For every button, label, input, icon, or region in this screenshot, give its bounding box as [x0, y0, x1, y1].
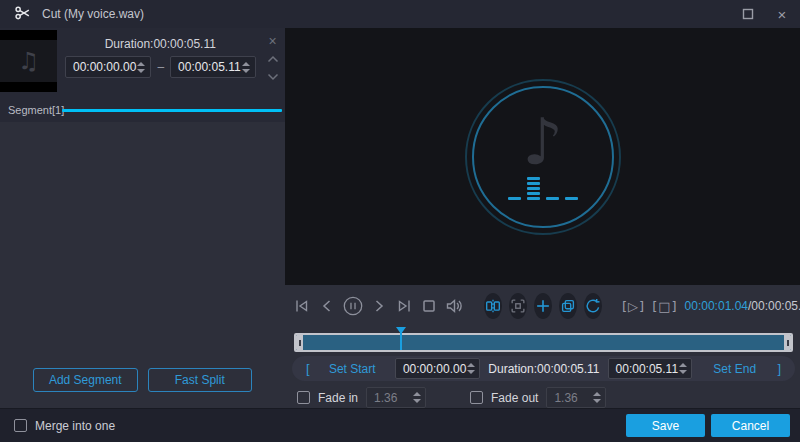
- footer-bar: Merge into one Save Cancel: [0, 408, 800, 442]
- fade-out-input[interactable]: 1.36: [546, 387, 606, 408]
- segment-start-value: 00:00:00.00: [73, 60, 136, 74]
- set-start-button[interactable]: Set Start: [318, 362, 387, 376]
- maximize-button[interactable]: [740, 6, 756, 22]
- scissors-icon: [14, 4, 32, 25]
- total-time: /00:00:05.11: [748, 299, 800, 313]
- move-up-icon[interactable]: [265, 52, 281, 66]
- skip-to-end-button[interactable]: [394, 295, 414, 317]
- timeline-wrap: [292, 324, 795, 352]
- range-dash: –: [157, 60, 164, 74]
- fade-in-input[interactable]: 1.36: [366, 387, 426, 408]
- timeline-track[interactable]: [294, 333, 793, 352]
- next-frame-button[interactable]: [371, 295, 387, 317]
- play-segment-button[interactable]: [▷]: [622, 299, 645, 314]
- segment-thumbnail: ♫: [0, 30, 57, 92]
- fade-out-checkbox[interactable]: [470, 391, 483, 404]
- spinner-arrows-icon[interactable]: [241, 62, 251, 73]
- spinner-arrows-icon[interactable]: [466, 363, 476, 374]
- merge-checkbox[interactable]: [14, 419, 27, 432]
- playhead-marker[interactable]: [400, 327, 402, 350]
- window-controls: ×: [740, 6, 790, 22]
- music-note-icon: ♫: [18, 47, 40, 75]
- trim-end-value: 00:00:05.11: [616, 362, 679, 376]
- segment-card-top: ♫ Duration:00:00:05.11 00:00:00.00 –: [0, 30, 285, 92]
- stop-segment-button[interactable]: [□]: [652, 299, 677, 314]
- volume-button[interactable]: [444, 295, 464, 317]
- trim-end-input[interactable]: 00:00:05.11: [608, 358, 693, 379]
- segment-list-empty-area: [0, 122, 285, 368]
- stop-button[interactable]: [421, 295, 437, 317]
- trim-end-handle[interactable]: [784, 335, 791, 350]
- pause-button[interactable]: [342, 295, 364, 317]
- segment-card[interactable]: ♫ Duration:00:00:05.11 00:00:00.00 –: [0, 28, 285, 122]
- add-segment-button[interactable]: Add Segment: [33, 368, 138, 392]
- spinner-arrows-icon[interactable]: [592, 392, 602, 403]
- segment-time-inputs: 00:00:00.00 – 00:00:05.11: [65, 56, 256, 78]
- cut-dialog-window: Cut (My voice.wav) × ♫ Duration:00:00:05…: [0, 0, 800, 442]
- spinner-arrows-icon[interactable]: [678, 363, 688, 374]
- segment-actions: Add Segment Fast Split: [0, 368, 285, 408]
- spinner-arrows-icon[interactable]: [412, 392, 422, 403]
- current-time: 00:00:01.04: [685, 299, 748, 313]
- fade-in-label: Fade in: [318, 391, 358, 405]
- titlebar: Cut (My voice.wav) ×: [0, 0, 800, 28]
- close-button[interactable]: ×: [774, 6, 790, 22]
- player-controls: [▷] [□] 00:00:01.04/00:00:05.11 [ Se: [285, 285, 800, 412]
- segment-card-bottom: Segment[1]: [0, 104, 285, 116]
- footer-buttons: Save Cancel: [626, 414, 790, 437]
- end-bracket: ]: [777, 361, 781, 376]
- skip-to-start-button[interactable]: [292, 295, 312, 317]
- dialog-body: ♫ Duration:00:00:05.11 00:00:00.00 –: [0, 28, 800, 408]
- music-note-icon: ♪: [522, 110, 563, 174]
- trim-duration-label: Duration:00:00:05.11: [488, 362, 599, 376]
- fade-controls: Fade in 1.36 Fade out 1.36: [292, 387, 795, 408]
- split-button[interactable]: [484, 293, 502, 319]
- reset-button[interactable]: [584, 293, 602, 319]
- equalizer-icon: [508, 177, 578, 200]
- fade-in-checkbox[interactable]: [297, 391, 310, 404]
- player-area: ♪: [285, 28, 800, 408]
- trim-start-value: 00:00:00.00: [403, 362, 466, 376]
- fade-in-value: 1.36: [374, 391, 412, 405]
- segment-end-value: 00:00:05.11: [178, 60, 241, 74]
- trim-controls: [ Set Start 00:00:00.00 Duration:00:00:0…: [292, 356, 795, 381]
- set-end-button[interactable]: Set End: [700, 362, 769, 376]
- segment-end-input[interactable]: 00:00:05.11: [170, 56, 256, 78]
- previous-frame-button[interactable]: [319, 295, 335, 317]
- segment-list-panel: ♫ Duration:00:00:05.11 00:00:00.00 –: [0, 28, 285, 408]
- segment-start-input[interactable]: 00:00:00.00: [65, 56, 151, 78]
- segment-duration-label: Duration:00:00:05.11: [65, 34, 256, 56]
- merge-label: Merge into one: [35, 419, 115, 433]
- segment-card-controls: ×: [260, 30, 286, 92]
- segment-thumbnail-frame: ♫: [0, 40, 57, 82]
- window-title: Cut (My voice.wav): [42, 7, 144, 21]
- fade-out-value: 1.36: [554, 391, 592, 405]
- time-display: 00:00:01.04/00:00:05.11: [685, 299, 800, 313]
- audio-preview: ♪: [285, 28, 800, 285]
- save-button[interactable]: Save: [626, 414, 705, 437]
- fast-split-button[interactable]: Fast Split: [148, 368, 253, 392]
- segment-progress-bar: [62, 109, 282, 112]
- transport-row: [▷] [□] 00:00:01.04/00:00:05.11: [292, 291, 795, 321]
- move-down-icon[interactable]: [265, 70, 281, 84]
- audio-circle-inner-ring: ♪: [472, 86, 614, 228]
- remove-segment-icon[interactable]: ×: [265, 34, 281, 48]
- trim-start-handle[interactable]: [296, 335, 303, 350]
- cancel-button[interactable]: Cancel: [711, 414, 790, 437]
- segment-times: Duration:00:00:05.11 00:00:00.00 – 00:00…: [57, 30, 260, 92]
- spinner-arrows-icon[interactable]: [136, 62, 146, 73]
- trim-start-input[interactable]: 00:00:00.00: [395, 358, 480, 379]
- start-bracket: [: [306, 361, 310, 376]
- merge-option[interactable]: Merge into one: [14, 419, 115, 433]
- segment-name-label: Segment[1]: [0, 104, 62, 116]
- add-segment-plus-button[interactable]: [534, 293, 552, 319]
- audio-circle-icon: ♪: [465, 79, 621, 235]
- fade-out-label: Fade out: [491, 391, 538, 405]
- frame-select-button[interactable]: [509, 293, 527, 319]
- copy-segment-button[interactable]: [559, 293, 577, 319]
